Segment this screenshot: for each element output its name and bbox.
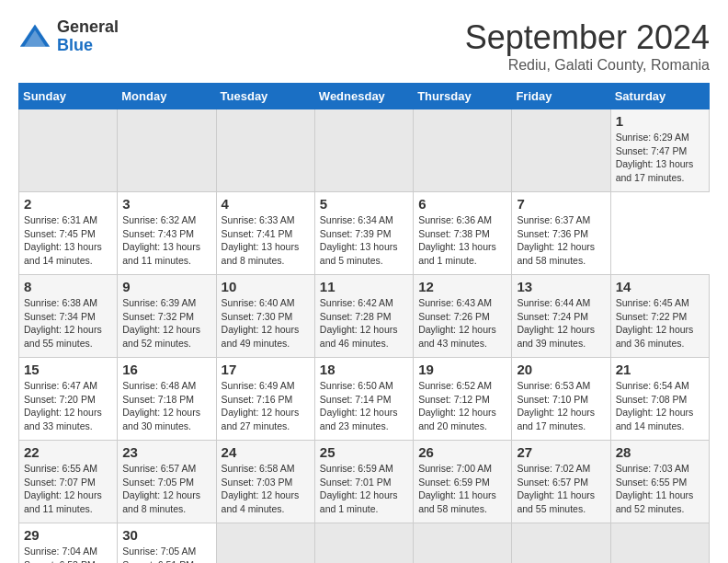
header-row: SundayMondayTuesdayWednesdayThursdayFrid… [19,84,710,109]
day-cell-11: 11Sunrise: 6:42 AMSunset: 7:28 PMDayligh… [314,275,413,358]
empty-cell [314,523,413,564]
week-row-6: 29Sunrise: 7:04 AMSunset: 6:53 PMDayligh… [19,523,710,564]
day-cell-7: 7Sunrise: 6:37 AMSunset: 7:36 PMDaylight… [512,192,610,275]
day-cell-29: 29Sunrise: 7:04 AMSunset: 6:53 PMDayligh… [19,523,118,564]
logo-general-text: General [57,18,119,37]
header: General Blue September 2024 Rediu, Galat… [18,18,710,74]
day-cell-27: 27Sunrise: 7:02 AMSunset: 6:57 PMDayligh… [512,441,610,523]
day-cell-3: 3Sunrise: 6:32 AMSunset: 7:43 PMDaylight… [118,192,216,275]
day-cell-1: 1Sunrise: 6:29 AMSunset: 7:47 PMDaylight… [610,109,709,192]
title-block: September 2024 Rediu, Galati County, Rom… [465,18,710,74]
logo-blue-text: Blue [57,37,119,55]
day-cell-21: 21Sunrise: 6:54 AMSunset: 7:08 PMDayligh… [610,358,709,441]
day-cell-23: 23Sunrise: 6:57 AMSunset: 7:05 PMDayligh… [118,441,216,523]
col-header-thursday: Thursday [414,84,512,109]
day-cell-16: 16Sunrise: 6:48 AMSunset: 7:18 PMDayligh… [118,358,216,441]
logo-icon [18,20,51,53]
day-cell-4: 4Sunrise: 6:33 AMSunset: 7:41 PMDaylight… [216,192,314,275]
empty-cell [216,523,314,564]
day-cell-14: 14Sunrise: 6:45 AMSunset: 7:22 PMDayligh… [610,275,709,358]
empty-cell [414,109,512,192]
week-row-2: 2Sunrise: 6:31 AMSunset: 7:45 PMDaylight… [19,192,710,275]
day-cell-9: 9Sunrise: 6:39 AMSunset: 7:32 PMDaylight… [118,275,216,358]
empty-cell [118,109,216,192]
day-cell-13: 13Sunrise: 6:44 AMSunset: 7:24 PMDayligh… [512,275,610,358]
day-cell-17: 17Sunrise: 6:49 AMSunset: 7:16 PMDayligh… [216,358,314,441]
month-title: September 2024 [465,18,710,57]
day-cell-5: 5Sunrise: 6:34 AMSunset: 7:39 PMDaylight… [314,192,413,275]
day-cell-12: 12Sunrise: 6:43 AMSunset: 7:26 PMDayligh… [414,275,512,358]
week-row-3: 8Sunrise: 6:38 AMSunset: 7:34 PMDaylight… [19,275,710,358]
col-header-friday: Friday [512,84,610,109]
empty-cell [314,109,413,192]
day-cell-19: 19Sunrise: 6:52 AMSunset: 7:12 PMDayligh… [414,358,512,441]
week-row-1: 1Sunrise: 6:29 AMSunset: 7:47 PMDaylight… [19,109,710,192]
logo: General Blue [18,18,119,55]
calendar-table: SundayMondayTuesdayWednesdayThursdayFrid… [18,83,710,563]
day-cell-25: 25Sunrise: 6:59 AMSunset: 7:01 PMDayligh… [314,441,413,523]
day-cell-28: 28Sunrise: 7:03 AMSunset: 6:55 PMDayligh… [610,441,709,523]
day-cell-26: 26Sunrise: 7:00 AMSunset: 6:59 PMDayligh… [414,441,512,523]
location-subtitle: Rediu, Galati County, Romania [465,57,710,74]
day-cell-10: 10Sunrise: 6:40 AMSunset: 7:30 PMDayligh… [216,275,314,358]
empty-cell [19,109,118,192]
day-cell-18: 18Sunrise: 6:50 AMSunset: 7:14 PMDayligh… [314,358,413,441]
col-header-saturday: Saturday [610,84,709,109]
day-cell-30: 30Sunrise: 7:05 AMSunset: 6:51 PMDayligh… [118,523,216,564]
col-header-tuesday: Tuesday [216,84,314,109]
day-cell-22: 22Sunrise: 6:55 AMSunset: 7:07 PMDayligh… [19,441,118,523]
empty-cell [512,109,610,192]
empty-cell [610,523,709,564]
logo-text: General Blue [57,18,119,55]
day-cell-24: 24Sunrise: 6:58 AMSunset: 7:03 PMDayligh… [216,441,314,523]
empty-cell [414,523,512,564]
day-cell-8: 8Sunrise: 6:38 AMSunset: 7:34 PMDaylight… [19,275,118,358]
week-row-5: 22Sunrise: 6:55 AMSunset: 7:07 PMDayligh… [19,441,710,523]
day-cell-15: 15Sunrise: 6:47 AMSunset: 7:20 PMDayligh… [19,358,118,441]
col-header-sunday: Sunday [19,84,118,109]
empty-cell [512,523,610,564]
week-row-4: 15Sunrise: 6:47 AMSunset: 7:20 PMDayligh… [19,358,710,441]
col-header-wednesday: Wednesday [314,84,413,109]
day-cell-2: 2Sunrise: 6:31 AMSunset: 7:45 PMDaylight… [19,192,118,275]
day-cell-20: 20Sunrise: 6:53 AMSunset: 7:10 PMDayligh… [512,358,610,441]
empty-cell [216,109,314,192]
col-header-monday: Monday [118,84,216,109]
day-cell-6: 6Sunrise: 6:36 AMSunset: 7:38 PMDaylight… [414,192,512,275]
